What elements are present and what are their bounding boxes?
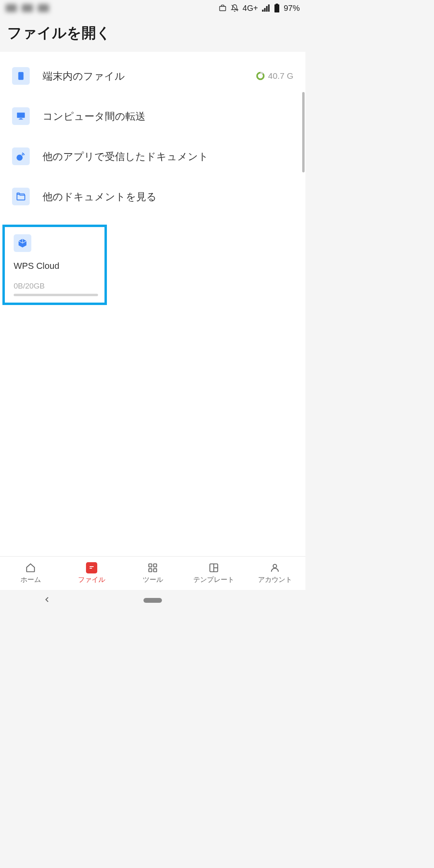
cube-icon	[14, 234, 31, 252]
svg-rect-11	[90, 568, 92, 569]
menu-label: コンピュータ間の転送	[43, 110, 293, 123]
battery-icon	[274, 4, 280, 12]
menu-item-device-files[interactable]: 端末内のファイル 40.7 G	[0, 56, 305, 96]
cloud-section: WPS Cloud 0B/20GB	[0, 221, 305, 309]
svg-rect-2	[276, 4, 278, 4]
svg-rect-15	[154, 569, 157, 572]
cloud-progress-bar	[14, 294, 98, 296]
svg-rect-14	[149, 569, 152, 572]
system-back-button[interactable]	[43, 595, 59, 606]
menu-item-received-docs[interactable]: 他のアプリで受信したドキュメント	[0, 136, 305, 176]
content-area: 端末内のファイル 40.7 G コンピュータ間の転送 他のアプリで受信したドキュ…	[0, 52, 305, 556]
storage-ring-icon	[256, 72, 265, 80]
device-icon	[12, 67, 30, 85]
nav-label: テンプレート	[193, 575, 234, 584]
cloud-label: WPS Cloud	[14, 261, 96, 271]
svg-rect-6	[17, 113, 25, 118]
bottom-nav: ホーム ファイル ツール テンプレート アカウント	[0, 556, 305, 590]
cloud-usage: 0B/20GB	[14, 282, 96, 291]
briefcase-icon	[219, 4, 227, 12]
nav-label: アカウント	[258, 575, 292, 584]
menu-item-other-docs[interactable]: 他のドキュメントを見る	[0, 176, 305, 217]
svg-rect-0	[219, 6, 225, 11]
svg-rect-8	[19, 119, 23, 120]
menu-item-computer-transfer[interactable]: コンピュータ間の転送	[0, 96, 305, 136]
satellite-icon	[12, 147, 30, 165]
battery-label: 97%	[284, 4, 300, 13]
storage-meta: 40.7 G	[256, 71, 293, 81]
scrollbar[interactable]	[302, 92, 305, 172]
storage-text: 40.7 G	[268, 71, 293, 81]
template-icon	[208, 562, 219, 573]
home-icon	[25, 562, 36, 573]
system-home-button[interactable]	[143, 598, 162, 603]
nav-files[interactable]: ファイル	[61, 557, 122, 590]
svg-rect-10	[90, 566, 94, 567]
nav-label: ツール	[143, 575, 163, 584]
svg-rect-12	[149, 564, 152, 567]
nav-tools[interactable]: ツール	[122, 557, 183, 590]
signal-icon	[262, 4, 270, 12]
grid-icon	[147, 562, 158, 573]
files-icon	[86, 562, 97, 573]
page-header: ファイルを開く	[0, 16, 305, 52]
svg-rect-3	[274, 4, 279, 12]
monitor-icon	[12, 107, 30, 125]
menu-list: 端末内のファイル 40.7 G コンピュータ間の転送 他のアプリで受信したドキュ…	[0, 52, 305, 221]
nav-label: ファイル	[78, 575, 105, 584]
svg-point-19	[273, 564, 277, 568]
nav-templates[interactable]: テンプレート	[183, 557, 244, 590]
nav-account[interactable]: アカウント	[244, 557, 305, 590]
wps-cloud-card[interactable]: WPS Cloud 0B/20GB	[2, 225, 107, 305]
status-bar: 4G+ 97%	[0, 0, 305, 16]
nav-home[interactable]: ホーム	[0, 557, 61, 590]
menu-label: 他のドキュメントを見る	[43, 190, 293, 203]
svg-rect-4	[18, 72, 24, 80]
account-icon	[269, 562, 280, 573]
status-bar-left-blurred	[6, 4, 215, 12]
svg-point-9	[16, 155, 23, 161]
svg-rect-7	[20, 118, 23, 119]
menu-label: 他のアプリで受信したドキュメント	[43, 150, 293, 163]
folder-icon	[12, 188, 30, 205]
notifications-off-icon	[231, 4, 239, 12]
svg-rect-13	[154, 564, 157, 567]
network-label: 4G+	[243, 4, 258, 13]
page-title: ファイルを開く	[7, 23, 298, 43]
nav-label: ホーム	[20, 575, 41, 584]
system-nav-bar	[0, 590, 305, 611]
menu-label: 端末内のファイル	[43, 70, 243, 83]
